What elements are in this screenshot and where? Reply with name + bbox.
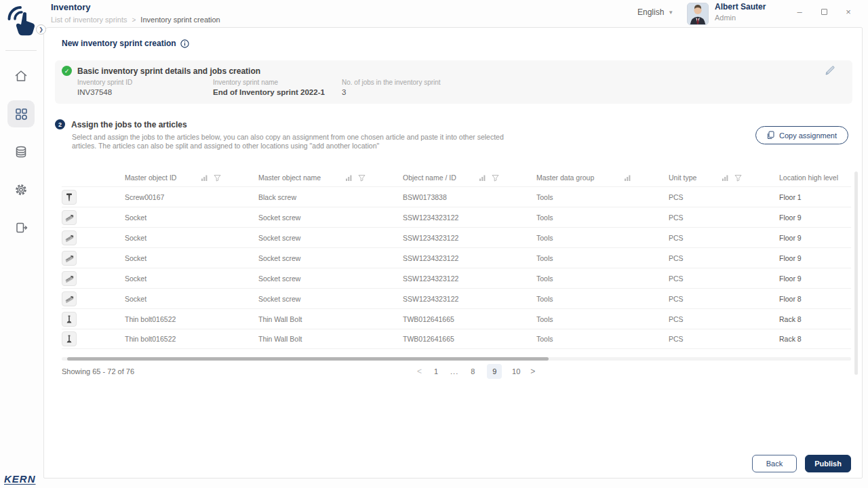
cell-master-data-group: Tools bbox=[536, 295, 669, 303]
horizontal-scrollbar-thumb[interactable] bbox=[67, 357, 549, 361]
cell-master-object-id: Socket bbox=[125, 254, 258, 262]
table-row[interactable]: Thin bolt016522Thin Wall BoltTWB01264166… bbox=[62, 308, 851, 329]
cell-unit-type: PCS bbox=[669, 295, 779, 303]
field-inventory-sprint-id: Inventory sprint ID INV37548 bbox=[77, 79, 213, 96]
sidebar-expand-button[interactable]: ❯ bbox=[36, 24, 46, 35]
table-row[interactable]: SocketSocket screwSSW1234323122ToolsPCSF… bbox=[62, 207, 851, 227]
socket-thumbnail bbox=[62, 271, 77, 286]
cell-object-name-id: SSW1234323122 bbox=[403, 234, 536, 242]
column-header-master-object-id: Master object ID bbox=[125, 174, 258, 182]
socket-thumbnail bbox=[62, 251, 77, 266]
sidebar-item-database[interactable] bbox=[7, 138, 35, 165]
cell-master-object-id: Socket bbox=[125, 234, 258, 242]
cell-thumbnail bbox=[62, 312, 125, 327]
sort-icon[interactable] bbox=[722, 174, 729, 182]
column-label: Unit type bbox=[669, 174, 696, 182]
cell-thumbnail bbox=[62, 190, 125, 205]
table-row[interactable]: Screw00167Black screwBSW0173838ToolsPCSF… bbox=[62, 186, 851, 207]
step1-card: ✓ Basic inventory sprint details and job… bbox=[55, 60, 852, 104]
close-button[interactable]: × bbox=[844, 7, 853, 16]
cell-master-object-id: Socket bbox=[125, 274, 258, 283]
column-header-unit-type: Unit type bbox=[669, 174, 779, 182]
cell-thumbnail bbox=[62, 271, 125, 286]
pagination-page-8[interactable]: 8 bbox=[465, 364, 480, 379]
articles-table: Master object IDMaster object nameObject… bbox=[62, 169, 851, 349]
column-header-icons bbox=[624, 174, 669, 182]
breadcrumb-current: Inventory sprint creation bbox=[140, 16, 220, 24]
table-row[interactable]: SocketSocket screwSSW1234323122ToolsPCSF… bbox=[62, 268, 851, 288]
field-label: No. of jobs in the inventory sprint bbox=[342, 79, 441, 86]
vertical-scrollbar[interactable] bbox=[854, 171, 858, 375]
cell-unit-type: PCS bbox=[669, 234, 779, 242]
edit-pencil-icon[interactable] bbox=[825, 66, 835, 79]
app-logo-touch-hand-icon bbox=[5, 4, 38, 39]
user-role: Admin bbox=[715, 14, 736, 22]
column-label: Master object name bbox=[258, 174, 321, 182]
step1-fields: Inventory sprint ID INV37548 Inventory s… bbox=[77, 79, 441, 96]
table-row[interactable]: SocketSocket screwSSW1234323122ToolsPCSF… bbox=[62, 247, 851, 268]
cell-master-object-name: Socket screw bbox=[258, 274, 403, 283]
filter-icon[interactable] bbox=[734, 174, 742, 182]
pagination-page-9[interactable]: 9 bbox=[487, 364, 502, 379]
pagination-page-10[interactable]: 10 bbox=[509, 364, 524, 379]
filter-icon[interactable] bbox=[214, 174, 221, 182]
sidebar-divider bbox=[5, 50, 37, 51]
copy-assignment-button[interactable]: Copy assignment bbox=[755, 126, 848, 144]
cell-thumbnail bbox=[62, 291, 125, 306]
cell-object-name-id: BSW0173838 bbox=[403, 193, 536, 201]
step2-description: Select and assign the jobs to the articl… bbox=[72, 133, 525, 150]
cell-master-object-id: Thin bolt016522 bbox=[125, 335, 258, 343]
back-button[interactable]: Back bbox=[752, 455, 797, 472]
table-row[interactable]: SocketSocket screwSSW1234323122ToolsPCSF… bbox=[62, 288, 851, 308]
table-row[interactable]: Thin bolt016522Thin Wall BoltTWB01264166… bbox=[62, 329, 851, 349]
database-icon bbox=[14, 144, 28, 159]
language-label: English bbox=[637, 7, 664, 17]
cell-object-name-id: TWB012641665 bbox=[403, 335, 536, 343]
field-value: INV37548 bbox=[77, 88, 213, 96]
cell-object-name-id: SSW1234323122 bbox=[403, 214, 536, 222]
table-row[interactable]: SocketSocket screwSSW1234323122ToolsPCSF… bbox=[62, 227, 851, 247]
field-inventory-sprint-name: Inventory sprint name End of Inventory s… bbox=[213, 79, 342, 96]
sort-icon[interactable] bbox=[345, 174, 353, 182]
pagination-ellipsis: ... bbox=[450, 367, 458, 375]
socket-thumbnail bbox=[62, 230, 77, 245]
filter-icon[interactable] bbox=[358, 174, 366, 182]
step1-header: ✓ Basic inventory sprint details and job… bbox=[62, 66, 260, 76]
cell-location-high-level: Rack 8 bbox=[779, 335, 851, 343]
sidebar-item-inventory-modules[interactable] bbox=[7, 100, 35, 127]
cell-master-data-group: Tools bbox=[536, 193, 669, 201]
column-header-master-data-group: Master data group bbox=[536, 174, 669, 182]
sidebar-item-home[interactable] bbox=[7, 62, 35, 89]
step-complete-check-icon: ✓ bbox=[62, 66, 72, 76]
filter-icon[interactable] bbox=[492, 174, 499, 182]
pagination-next[interactable]: > bbox=[530, 367, 535, 376]
publish-button[interactable]: Publish bbox=[805, 455, 851, 472]
sidebar-item-settings[interactable] bbox=[7, 176, 35, 203]
pagination-prev[interactable]: < bbox=[417, 367, 422, 376]
sort-icon[interactable] bbox=[479, 174, 486, 182]
sort-icon[interactable] bbox=[624, 174, 631, 182]
window-controls: – × bbox=[795, 7, 853, 16]
column-header-master-object-name: Master object name bbox=[258, 174, 403, 182]
cell-unit-type: PCS bbox=[669, 315, 779, 323]
sidebar-item-logout[interactable] bbox=[7, 214, 35, 241]
language-selector[interactable]: English ▼ bbox=[637, 7, 673, 17]
column-header-location-high-level: Location high level bbox=[779, 174, 851, 182]
cell-object-name-id: TWB012641665 bbox=[403, 315, 536, 323]
cell-master-object-id: Thin bolt016522 bbox=[125, 315, 258, 323]
sort-icon[interactable] bbox=[201, 174, 208, 182]
cell-master-data-group: Tools bbox=[536, 335, 669, 343]
cell-master-object-id: Socket bbox=[125, 214, 258, 222]
avatar[interactable] bbox=[687, 3, 709, 25]
minimize-button[interactable]: – bbox=[795, 7, 804, 16]
socket-thumbnail bbox=[62, 291, 77, 306]
copy-icon bbox=[767, 131, 774, 140]
info-icon[interactable] bbox=[180, 39, 189, 48]
home-icon bbox=[14, 68, 28, 83]
maximize-button[interactable] bbox=[819, 7, 829, 16]
pagination-page-1[interactable]: 1 bbox=[429, 364, 443, 379]
cell-thumbnail bbox=[62, 331, 125, 346]
horizontal-scrollbar[interactable] bbox=[62, 357, 851, 361]
breadcrumb-parent[interactable]: List of inventory sprints bbox=[51, 16, 127, 24]
cell-unit-type: PCS bbox=[669, 214, 779, 222]
